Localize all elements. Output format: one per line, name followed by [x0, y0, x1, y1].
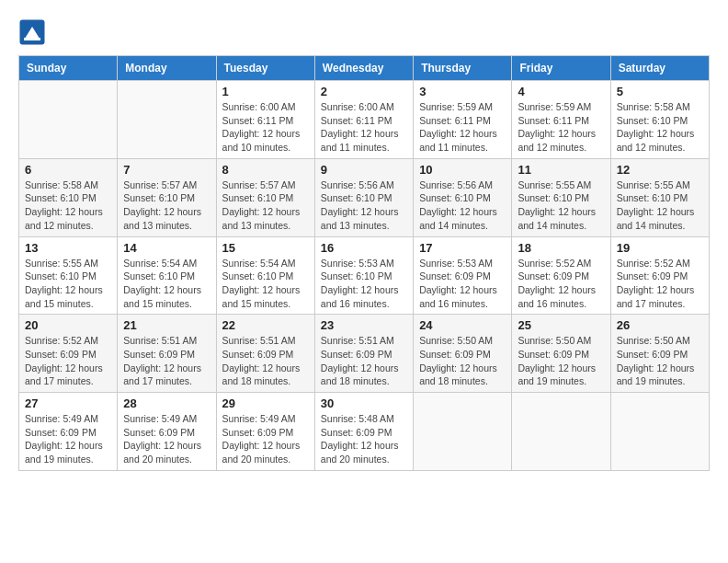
calendar-cell: 18Sunrise: 5:52 AM Sunset: 6:09 PM Dayli…: [512, 236, 610, 315]
day-info: Sunrise: 5:52 AM Sunset: 6:09 PM Dayligh…: [25, 334, 111, 388]
calendar-week-row: 20Sunrise: 5:52 AM Sunset: 6:09 PM Dayli…: [19, 315, 710, 393]
day-info: Sunrise: 5:54 AM Sunset: 6:10 PM Dayligh…: [222, 257, 309, 311]
day-number: 21: [123, 318, 210, 332]
calendar-week-row: 13Sunrise: 5:55 AM Sunset: 6:10 PM Dayli…: [19, 236, 710, 315]
calendar-cell: 5Sunrise: 5:58 AM Sunset: 6:10 PM Daylig…: [610, 81, 709, 159]
calendar-header-monday: Monday: [118, 56, 216, 81]
day-number: 13: [25, 241, 111, 255]
header: [18, 18, 710, 46]
day-info: Sunrise: 5:55 AM Sunset: 6:10 PM Dayligh…: [617, 178, 703, 233]
calendar-cell: 19Sunrise: 5:52 AM Sunset: 6:09 PM Dayli…: [610, 236, 709, 315]
day-info: Sunrise: 5:53 AM Sunset: 6:10 PM Dayligh…: [321, 257, 407, 311]
day-info: Sunrise: 5:56 AM Sunset: 6:10 PM Dayligh…: [321, 178, 407, 233]
calendar-cell: 24Sunrise: 5:50 AM Sunset: 6:09 PM Dayli…: [414, 315, 512, 393]
day-info: Sunrise: 5:55 AM Sunset: 6:10 PM Dayligh…: [25, 257, 111, 311]
calendar-week-row: 1Sunrise: 6:00 AM Sunset: 6:11 PM Daylig…: [19, 81, 710, 159]
calendar-cell: 22Sunrise: 5:51 AM Sunset: 6:09 PM Dayli…: [216, 315, 314, 393]
day-number: 18: [518, 241, 604, 255]
day-number: 20: [25, 318, 111, 332]
day-info: Sunrise: 5:50 AM Sunset: 6:09 PM Dayligh…: [518, 334, 604, 388]
day-info: Sunrise: 5:49 AM Sunset: 6:09 PM Dayligh…: [123, 412, 210, 466]
day-number: 10: [419, 163, 506, 177]
day-number: 3: [419, 85, 506, 98]
day-number: 5: [617, 85, 703, 98]
day-number: 6: [25, 163, 111, 177]
day-number: 24: [419, 318, 506, 332]
calendar-cell: [19, 81, 118, 159]
calendar-cell: 4Sunrise: 5:59 AM Sunset: 6:11 PM Daylig…: [512, 81, 610, 159]
calendar-cell: 27Sunrise: 5:49 AM Sunset: 6:09 PM Dayli…: [19, 393, 118, 471]
calendar-header-sunday: Sunday: [19, 56, 118, 81]
calendar-cell: 23Sunrise: 5:51 AM Sunset: 6:09 PM Dayli…: [314, 315, 413, 393]
day-info: Sunrise: 6:00 AM Sunset: 6:11 PM Dayligh…: [321, 100, 407, 155]
day-info: Sunrise: 5:59 AM Sunset: 6:11 PM Dayligh…: [419, 100, 506, 155]
calendar-cell: 29Sunrise: 5:49 AM Sunset: 6:09 PM Dayli…: [216, 393, 314, 471]
calendar-header-thursday: Thursday: [414, 56, 512, 81]
calendar-cell: 10Sunrise: 5:56 AM Sunset: 6:10 PM Dayli…: [414, 158, 512, 236]
day-info: Sunrise: 5:50 AM Sunset: 6:09 PM Dayligh…: [617, 334, 703, 388]
day-number: 1: [222, 85, 309, 98]
calendar: SundayMondayTuesdayWednesdayThursdayFrid…: [18, 55, 710, 471]
logo-icon: [18, 18, 46, 46]
calendar-header-friday: Friday: [512, 56, 610, 81]
day-info: Sunrise: 5:57 AM Sunset: 6:10 PM Dayligh…: [222, 178, 309, 233]
day-info: Sunrise: 6:00 AM Sunset: 6:11 PM Dayligh…: [222, 100, 309, 155]
calendar-week-row: 6Sunrise: 5:58 AM Sunset: 6:10 PM Daylig…: [19, 158, 710, 236]
calendar-cell: 25Sunrise: 5:50 AM Sunset: 6:09 PM Dayli…: [512, 315, 610, 393]
day-number: 7: [123, 163, 210, 177]
calendar-cell: [414, 393, 512, 471]
calendar-cell: [512, 393, 610, 471]
day-info: Sunrise: 5:58 AM Sunset: 6:10 PM Dayligh…: [25, 178, 111, 233]
day-number: 17: [419, 241, 506, 255]
calendar-header-tuesday: Tuesday: [216, 56, 314, 81]
calendar-header-saturday: Saturday: [610, 56, 709, 81]
day-info: Sunrise: 5:51 AM Sunset: 6:09 PM Dayligh…: [321, 334, 407, 388]
svg-rect-2: [24, 38, 40, 40]
calendar-cell: 28Sunrise: 5:49 AM Sunset: 6:09 PM Dayli…: [118, 393, 216, 471]
day-info: Sunrise: 5:56 AM Sunset: 6:10 PM Dayligh…: [419, 178, 506, 233]
day-info: Sunrise: 5:55 AM Sunset: 6:10 PM Dayligh…: [518, 178, 604, 233]
calendar-cell: 3Sunrise: 5:59 AM Sunset: 6:11 PM Daylig…: [414, 81, 512, 159]
day-number: 11: [518, 163, 604, 177]
calendar-cell: 15Sunrise: 5:54 AM Sunset: 6:10 PM Dayli…: [216, 236, 314, 315]
day-number: 23: [321, 318, 407, 332]
day-info: Sunrise: 5:52 AM Sunset: 6:09 PM Dayligh…: [617, 257, 703, 311]
day-number: 22: [222, 318, 309, 332]
calendar-cell: 14Sunrise: 5:54 AM Sunset: 6:10 PM Dayli…: [118, 236, 216, 315]
day-number: 26: [617, 318, 703, 332]
day-info: Sunrise: 5:48 AM Sunset: 6:09 PM Dayligh…: [321, 412, 407, 466]
day-info: Sunrise: 5:53 AM Sunset: 6:09 PM Dayligh…: [419, 257, 506, 311]
calendar-cell: 26Sunrise: 5:50 AM Sunset: 6:09 PM Dayli…: [610, 315, 709, 393]
calendar-cell: 9Sunrise: 5:56 AM Sunset: 6:10 PM Daylig…: [314, 158, 413, 236]
calendar-header-wednesday: Wednesday: [314, 56, 413, 81]
calendar-cell: 17Sunrise: 5:53 AM Sunset: 6:09 PM Dayli…: [414, 236, 512, 315]
day-number: 19: [617, 241, 703, 255]
calendar-header-row: SundayMondayTuesdayWednesdayThursdayFrid…: [19, 56, 710, 81]
calendar-cell: 30Sunrise: 5:48 AM Sunset: 6:09 PM Dayli…: [314, 393, 413, 471]
calendar-cell: 7Sunrise: 5:57 AM Sunset: 6:10 PM Daylig…: [118, 158, 216, 236]
day-info: Sunrise: 5:52 AM Sunset: 6:09 PM Dayligh…: [518, 257, 604, 311]
day-number: 16: [321, 241, 407, 255]
day-number: 4: [518, 85, 604, 98]
day-number: 2: [321, 85, 407, 98]
calendar-cell: 13Sunrise: 5:55 AM Sunset: 6:10 PM Dayli…: [19, 236, 118, 315]
calendar-cell: 16Sunrise: 5:53 AM Sunset: 6:10 PM Dayli…: [314, 236, 413, 315]
day-number: 25: [518, 318, 604, 332]
day-number: 12: [617, 163, 703, 177]
calendar-cell: 20Sunrise: 5:52 AM Sunset: 6:09 PM Dayli…: [19, 315, 118, 393]
day-info: Sunrise: 5:51 AM Sunset: 6:09 PM Dayligh…: [222, 334, 309, 388]
day-number: 30: [321, 396, 407, 410]
logo: [18, 18, 50, 46]
calendar-cell: 6Sunrise: 5:58 AM Sunset: 6:10 PM Daylig…: [19, 158, 118, 236]
day-info: Sunrise: 5:49 AM Sunset: 6:09 PM Dayligh…: [25, 412, 111, 466]
calendar-cell: 11Sunrise: 5:55 AM Sunset: 6:10 PM Dayli…: [512, 158, 610, 236]
calendar-cell: 2Sunrise: 6:00 AM Sunset: 6:11 PM Daylig…: [314, 81, 413, 159]
calendar-cell: 8Sunrise: 5:57 AM Sunset: 6:10 PM Daylig…: [216, 158, 314, 236]
day-number: 29: [222, 396, 309, 410]
calendar-cell: [118, 81, 216, 159]
calendar-cell: [610, 393, 709, 471]
day-number: 9: [321, 163, 407, 177]
calendar-cell: 12Sunrise: 5:55 AM Sunset: 6:10 PM Dayli…: [610, 158, 709, 236]
day-number: 8: [222, 163, 309, 177]
day-info: Sunrise: 5:54 AM Sunset: 6:10 PM Dayligh…: [123, 257, 210, 311]
